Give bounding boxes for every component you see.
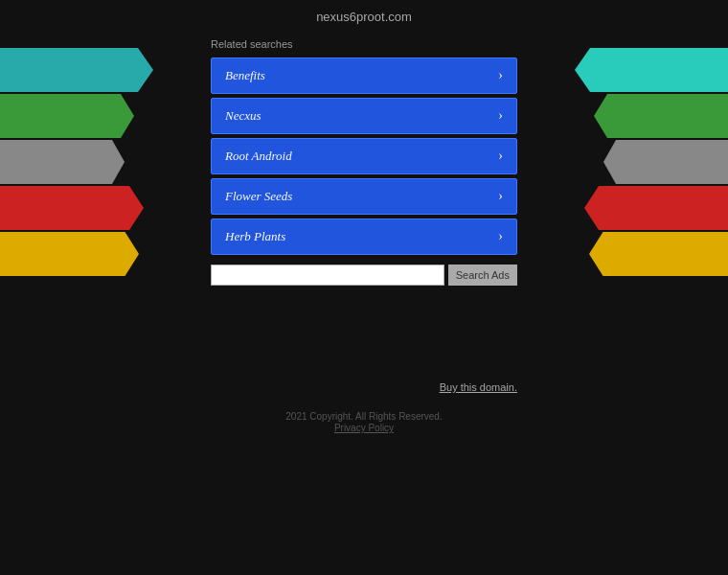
chevron-right-icon: › bbox=[498, 149, 503, 164]
search-link-flower-seeds[interactable]: Flower Seeds› bbox=[211, 178, 517, 215]
right-shape-3 bbox=[584, 186, 728, 230]
right-decorations bbox=[527, 48, 728, 355]
search-links-list: Benefits›Necxus›Root Android›Flower Seed… bbox=[211, 58, 517, 255]
link-label: Necxus bbox=[225, 108, 262, 124]
right-shape-1 bbox=[594, 94, 728, 138]
link-label: Root Android bbox=[225, 149, 292, 164]
right-shape-2 bbox=[603, 140, 728, 184]
copyright-text: 2021 Copyright. All Rights Reserved. bbox=[285, 411, 442, 422]
link-label: Flower Seeds bbox=[225, 189, 292, 204]
left-shape-4 bbox=[0, 232, 139, 276]
left-shape-3 bbox=[0, 186, 144, 230]
buy-domain-link[interactable]: Buy this domain. bbox=[440, 381, 517, 393]
search-ads-button[interactable]: Search Ads bbox=[448, 264, 517, 286]
left-decorations bbox=[0, 48, 201, 355]
main-content: Related searches Benefits›Necxus›Root An… bbox=[211, 38, 517, 286]
chevron-right-icon: › bbox=[498, 108, 503, 124]
related-searches-label: Related searches bbox=[211, 38, 517, 50]
right-shape-4 bbox=[589, 232, 728, 276]
privacy-policy-link[interactable]: Privacy Policy bbox=[334, 423, 394, 433]
search-link-necxus[interactable]: Necxus› bbox=[211, 98, 517, 134]
right-shape-0 bbox=[575, 48, 728, 92]
left-shape-1 bbox=[0, 94, 134, 138]
left-shape-2 bbox=[0, 140, 125, 184]
search-bar-area: Search Ads bbox=[211, 264, 517, 286]
left-shape-0 bbox=[0, 48, 153, 92]
search-link-benefits[interactable]: Benefits› bbox=[211, 58, 517, 94]
link-label: Herb Plants bbox=[225, 229, 285, 244]
search-input[interactable] bbox=[211, 264, 444, 286]
domain-title: nexus6proot.com bbox=[0, 0, 728, 24]
search-link-root-android[interactable]: Root Android› bbox=[211, 138, 517, 174]
search-link-herb-plants[interactable]: Herb Plants› bbox=[211, 218, 517, 255]
link-label: Benefits bbox=[225, 68, 265, 83]
chevron-right-icon: › bbox=[498, 68, 503, 83]
chevron-right-icon: › bbox=[498, 189, 503, 204]
chevron-right-icon: › bbox=[498, 229, 503, 244]
